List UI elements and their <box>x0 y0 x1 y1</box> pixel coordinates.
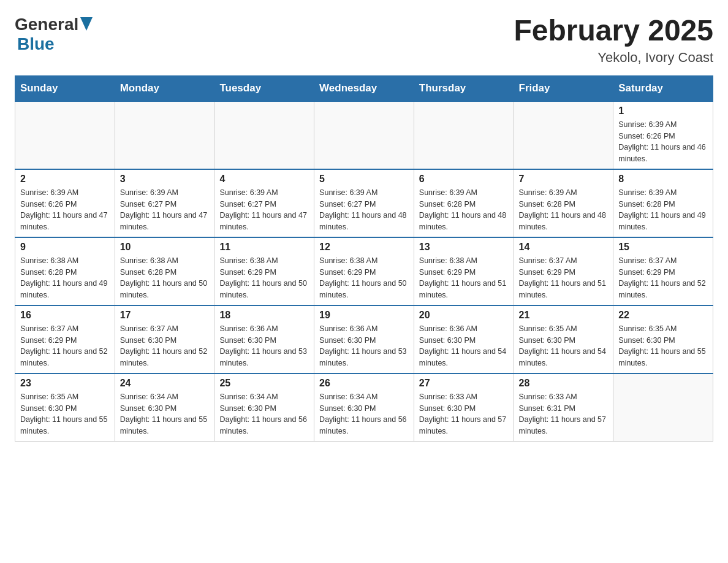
col-header-tuesday: Tuesday <box>214 75 314 101</box>
day-info: Sunrise: 6:39 AM Sunset: 6:27 PM Dayligh… <box>120 187 210 233</box>
col-header-monday: Monday <box>115 75 214 101</box>
day-info: Sunrise: 6:36 AM Sunset: 6:30 PM Dayligh… <box>219 323 309 369</box>
day-info: Sunrise: 6:39 AM Sunset: 6:28 PM Dayligh… <box>419 187 509 233</box>
day-info: Sunrise: 6:39 AM Sunset: 6:26 PM Dayligh… <box>618 119 708 165</box>
day-number: 19 <box>319 310 409 321</box>
col-header-wednesday: Wednesday <box>314 75 414 101</box>
day-number: 4 <box>219 174 309 185</box>
calendar-cell: 22Sunrise: 6:35 AM Sunset: 6:30 PM Dayli… <box>613 305 713 373</box>
day-number: 25 <box>219 378 309 389</box>
location-text: Yekolo, Ivory Coast <box>514 50 713 66</box>
page-header: General Blue February 2025 Yekolo, Ivory… <box>15 15 713 66</box>
calendar-cell: 27Sunrise: 6:33 AM Sunset: 6:30 PM Dayli… <box>414 373 514 442</box>
day-number: 1 <box>618 105 708 117</box>
day-info: Sunrise: 6:38 AM Sunset: 6:29 PM Dayligh… <box>219 255 309 301</box>
calendar-week-row: 1Sunrise: 6:39 AM Sunset: 6:26 PM Daylig… <box>15 101 713 169</box>
day-info: Sunrise: 6:37 AM Sunset: 6:29 PM Dayligh… <box>519 255 609 301</box>
calendar-header-row: SundayMondayTuesdayWednesdayThursdayFrid… <box>15 75 713 101</box>
calendar-cell <box>115 101 214 169</box>
calendar-cell: 12Sunrise: 6:38 AM Sunset: 6:29 PM Dayli… <box>314 237 414 305</box>
day-info: Sunrise: 6:39 AM Sunset: 6:26 PM Dayligh… <box>20 187 110 233</box>
day-number: 5 <box>319 174 409 185</box>
col-header-saturday: Saturday <box>613 75 713 101</box>
calendar-cell <box>514 101 613 169</box>
calendar-cell <box>414 101 514 169</box>
day-info: Sunrise: 6:38 AM Sunset: 6:28 PM Dayligh… <box>120 255 210 301</box>
calendar-cell: 21Sunrise: 6:35 AM Sunset: 6:30 PM Dayli… <box>514 305 613 373</box>
day-info: Sunrise: 6:38 AM Sunset: 6:28 PM Dayligh… <box>20 255 110 301</box>
calendar-cell: 11Sunrise: 6:38 AM Sunset: 6:29 PM Dayli… <box>214 237 314 305</box>
calendar-cell: 9Sunrise: 6:38 AM Sunset: 6:28 PM Daylig… <box>15 237 115 305</box>
day-info: Sunrise: 6:36 AM Sunset: 6:30 PM Dayligh… <box>319 323 409 369</box>
day-info: Sunrise: 6:37 AM Sunset: 6:29 PM Dayligh… <box>618 255 708 301</box>
logo: General Blue <box>15 15 93 54</box>
day-info: Sunrise: 6:34 AM Sunset: 6:30 PM Dayligh… <box>120 391 210 437</box>
day-info: Sunrise: 6:39 AM Sunset: 6:27 PM Dayligh… <box>219 187 309 233</box>
day-info: Sunrise: 6:35 AM Sunset: 6:30 PM Dayligh… <box>519 323 609 369</box>
calendar-cell: 7Sunrise: 6:39 AM Sunset: 6:28 PM Daylig… <box>514 169 613 237</box>
day-number: 8 <box>618 174 708 185</box>
day-number: 15 <box>618 242 708 253</box>
logo-general-text: General <box>15 15 78 34</box>
col-header-friday: Friday <box>514 75 613 101</box>
calendar-week-row: 9Sunrise: 6:38 AM Sunset: 6:28 PM Daylig… <box>15 237 713 305</box>
calendar-cell: 6Sunrise: 6:39 AM Sunset: 6:28 PM Daylig… <box>414 169 514 237</box>
day-number: 11 <box>219 242 309 253</box>
calendar-cell: 1Sunrise: 6:39 AM Sunset: 6:26 PM Daylig… <box>613 101 713 169</box>
day-number: 3 <box>120 174 210 185</box>
day-info: Sunrise: 6:38 AM Sunset: 6:29 PM Dayligh… <box>319 255 409 301</box>
day-info: Sunrise: 6:35 AM Sunset: 6:30 PM Dayligh… <box>618 323 708 369</box>
day-info: Sunrise: 6:38 AM Sunset: 6:29 PM Dayligh… <box>419 255 509 301</box>
calendar-week-row: 2Sunrise: 6:39 AM Sunset: 6:26 PM Daylig… <box>15 169 713 237</box>
day-info: Sunrise: 6:33 AM Sunset: 6:31 PM Dayligh… <box>519 391 609 437</box>
logo-triangle-icon <box>80 17 93 33</box>
day-info: Sunrise: 6:39 AM Sunset: 6:28 PM Dayligh… <box>618 187 708 233</box>
day-number: 14 <box>519 242 609 253</box>
calendar-cell: 14Sunrise: 6:37 AM Sunset: 6:29 PM Dayli… <box>514 237 613 305</box>
calendar-cell: 5Sunrise: 6:39 AM Sunset: 6:27 PM Daylig… <box>314 169 414 237</box>
col-header-thursday: Thursday <box>414 75 514 101</box>
day-info: Sunrise: 6:39 AM Sunset: 6:27 PM Dayligh… <box>319 187 409 233</box>
calendar-cell <box>613 373 713 442</box>
day-number: 12 <box>319 242 409 253</box>
day-number: 17 <box>120 310 210 321</box>
day-number: 10 <box>120 242 210 253</box>
calendar-cell <box>15 101 115 169</box>
day-info: Sunrise: 6:37 AM Sunset: 6:29 PM Dayligh… <box>20 323 110 369</box>
calendar-cell: 20Sunrise: 6:36 AM Sunset: 6:30 PM Dayli… <box>414 305 514 373</box>
calendar-cell: 4Sunrise: 6:39 AM Sunset: 6:27 PM Daylig… <box>214 169 314 237</box>
day-number: 7 <box>519 174 609 185</box>
calendar-week-row: 23Sunrise: 6:35 AM Sunset: 6:30 PM Dayli… <box>15 373 713 442</box>
calendar-cell: 10Sunrise: 6:38 AM Sunset: 6:28 PM Dayli… <box>115 237 214 305</box>
day-info: Sunrise: 6:37 AM Sunset: 6:30 PM Dayligh… <box>120 323 210 369</box>
calendar-cell: 16Sunrise: 6:37 AM Sunset: 6:29 PM Dayli… <box>15 305 115 373</box>
day-number: 16 <box>20 310 110 321</box>
calendar-cell <box>314 101 414 169</box>
day-info: Sunrise: 6:35 AM Sunset: 6:30 PM Dayligh… <box>20 391 110 437</box>
calendar-cell: 13Sunrise: 6:38 AM Sunset: 6:29 PM Dayli… <box>414 237 514 305</box>
day-info: Sunrise: 6:34 AM Sunset: 6:30 PM Dayligh… <box>219 391 309 437</box>
calendar-week-row: 16Sunrise: 6:37 AM Sunset: 6:29 PM Dayli… <box>15 305 713 373</box>
day-number: 28 <box>519 378 609 389</box>
day-number: 21 <box>519 310 609 321</box>
calendar-cell: 17Sunrise: 6:37 AM Sunset: 6:30 PM Dayli… <box>115 305 214 373</box>
logo-blue-text: Blue <box>17 34 55 53</box>
calendar-cell: 8Sunrise: 6:39 AM Sunset: 6:28 PM Daylig… <box>613 169 713 237</box>
calendar-cell: 23Sunrise: 6:35 AM Sunset: 6:30 PM Dayli… <box>15 373 115 442</box>
day-number: 27 <box>419 378 509 389</box>
day-number: 26 <box>319 378 409 389</box>
svg-marker-0 <box>80 17 93 31</box>
day-number: 9 <box>20 242 110 253</box>
title-area: February 2025 Yekolo, Ivory Coast <box>514 15 713 66</box>
day-number: 22 <box>618 310 708 321</box>
calendar-cell: 24Sunrise: 6:34 AM Sunset: 6:30 PM Dayli… <box>115 373 214 442</box>
day-number: 24 <box>120 378 210 389</box>
month-title: February 2025 <box>514 15 713 47</box>
day-number: 2 <box>20 174 110 185</box>
calendar-cell: 28Sunrise: 6:33 AM Sunset: 6:31 PM Dayli… <box>514 373 613 442</box>
day-number: 23 <box>20 378 110 389</box>
calendar-cell: 19Sunrise: 6:36 AM Sunset: 6:30 PM Dayli… <box>314 305 414 373</box>
day-number: 18 <box>219 310 309 321</box>
day-number: 6 <box>419 174 509 185</box>
calendar-table: SundayMondayTuesdayWednesdayThursdayFrid… <box>15 75 713 442</box>
